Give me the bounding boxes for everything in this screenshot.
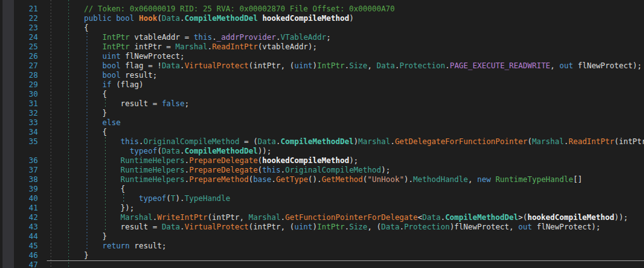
code-line-text[interactable] xyxy=(40,260,644,268)
code-line[interactable]: 28 bool result; xyxy=(0,71,644,80)
code-line[interactable]: 23 { xyxy=(0,23,644,33)
code-token[interactable]: flNewProtect; xyxy=(121,52,185,61)
code-token[interactable]: . xyxy=(281,213,285,222)
code-token[interactable] xyxy=(47,33,102,42)
code-token[interactable]: GetMethod xyxy=(322,175,363,184)
code-token[interactable]: )); xyxy=(614,213,628,222)
code-token[interactable]: ; xyxy=(185,99,189,108)
code-line-text[interactable]: result = Data.VirtualProtect(intPtr, (ui… xyxy=(40,222,644,232)
code-token[interactable]: ReadIntPtr xyxy=(569,137,614,146)
code-token[interactable]: CompileMethodDel xyxy=(445,213,519,222)
code-token[interactable]: )); xyxy=(257,147,271,155)
code-token[interactable]: bool xyxy=(116,14,134,23)
code-token[interactable] xyxy=(47,52,102,61)
code-line-text[interactable]: RuntimeHelpers.PrepareMethod(base.GetTyp… xyxy=(40,175,644,185)
code-token[interactable]: // Token: 0x06000019 RID: 25 RVA: 0x0000… xyxy=(84,4,395,13)
code-token[interactable] xyxy=(47,156,121,165)
code-line[interactable]: typeof(Data.CompileMethodDel)); xyxy=(0,147,644,156)
code-line[interactable]: 26 uint flNewProtect; xyxy=(0,52,644,61)
code-line[interactable]: 38 RuntimeHelpers.PrepareMethod(base.Get… xyxy=(0,175,644,185)
code-token[interactable]: Marshal xyxy=(358,137,390,146)
code-token[interactable]: ; xyxy=(326,33,331,42)
code-token[interactable]: . xyxy=(276,33,280,42)
code-token[interactable]: uint xyxy=(294,61,313,70)
code-token[interactable]: (intPtr, xyxy=(207,213,249,222)
code-token[interactable]: (vtableAddr); xyxy=(257,42,317,51)
code-token[interactable]: { xyxy=(47,90,107,99)
code-token[interactable]: Data xyxy=(162,147,180,155)
code-token[interactable] xyxy=(47,61,102,70)
code-token[interactable]: . xyxy=(345,61,349,70)
code-token[interactable]: . xyxy=(185,166,189,174)
code-token[interactable]: else xyxy=(102,118,121,127)
code-line[interactable]: 44 } xyxy=(0,232,644,241)
code-token[interactable]: . xyxy=(399,222,404,231)
code-line[interactable]: 22 public bool Hook(Data.CompileMethodDe… xyxy=(0,14,644,23)
code-token[interactable]: PAGE_EXECUTE_READWRITE xyxy=(450,61,550,70)
code-token[interactable]: , xyxy=(368,61,376,70)
code-token[interactable]: result = xyxy=(47,99,162,108)
code-token[interactable]: vtableAddr = xyxy=(130,33,194,42)
code-line-text[interactable]: { xyxy=(40,23,644,33)
code-token[interactable] xyxy=(47,14,84,23)
code-token[interactable]: RuntimeHelpers xyxy=(121,175,185,184)
code-line-text[interactable]: bool result; xyxy=(40,71,644,80)
code-line[interactable]: 46 } xyxy=(0,251,644,260)
code-token[interactable]: IntPtr xyxy=(317,222,344,231)
code-token[interactable]: OriginalCompileMethod xyxy=(285,166,381,174)
code-token[interactable]: Marshal xyxy=(175,42,207,51)
code-token[interactable]: flag = ! xyxy=(121,61,162,70)
code-token[interactable]: RuntimeTypeHandle xyxy=(495,175,573,184)
code-line-text[interactable]: // Token: 0x06000019 RID: 25 RVA: 0x0000… xyxy=(40,4,644,14)
decompiler-code-editor[interactable]: 21 // Token: 0x06000019 RID: 25 RVA: 0x0… xyxy=(0,0,644,268)
code-line[interactable]: 36 RuntimeHelpers.PrepareDelegate(hooked… xyxy=(0,156,644,166)
code-token[interactable]: { xyxy=(47,185,125,193)
code-token[interactable]: }); xyxy=(47,204,134,212)
code-token[interactable] xyxy=(47,194,139,203)
code-line-text[interactable]: return result; xyxy=(40,241,644,251)
code-token[interactable]: uint xyxy=(294,222,313,231)
code-token[interactable]: . xyxy=(564,137,568,146)
code-token[interactable]: Data xyxy=(257,137,276,146)
code-token[interactable]: result; xyxy=(130,241,166,250)
code-token[interactable]: Data xyxy=(162,222,180,231)
code-token[interactable]: WriteIntPtr xyxy=(157,213,207,222)
code-token[interactable]: ( xyxy=(363,175,368,184)
code-token[interactable]: Data xyxy=(162,61,180,70)
code-token[interactable]: ). xyxy=(175,194,184,203)
code-token[interactable]: . xyxy=(139,137,144,146)
code-token[interactable]: . xyxy=(180,14,185,23)
code-token[interactable]: PrepareMethod xyxy=(189,175,249,184)
code-line-text[interactable]: RuntimeHelpers.PrepareDelegate(hookedCom… xyxy=(40,156,644,166)
code-line-text[interactable]: { xyxy=(40,90,644,99)
code-token[interactable]: . xyxy=(185,156,189,165)
code-line[interactable]: 42 Marshal.WriteIntPtr(intPtr, Marshal.G… xyxy=(0,213,644,222)
code-token[interactable]: , ( xyxy=(368,222,381,231)
code-line[interactable]: 29 if (flag) xyxy=(0,80,644,90)
code-token[interactable]: ); xyxy=(381,166,390,174)
code-token[interactable]: ( xyxy=(157,14,161,23)
code-token[interactable]: . xyxy=(180,222,185,231)
code-token[interactable] xyxy=(47,71,102,80)
code-token[interactable]: "UnHook" xyxy=(368,175,404,184)
code-token[interactable]: public xyxy=(84,14,111,23)
code-token[interactable]: . xyxy=(180,147,185,155)
code-line-text[interactable]: }); xyxy=(40,204,644,213)
code-line-text[interactable]: } xyxy=(40,251,644,260)
code-line-text[interactable]: IntPtr intPtr = Marshal.ReadIntPtr(vtabl… xyxy=(40,42,644,52)
code-token[interactable]: typeof xyxy=(130,147,157,155)
code-token[interactable]: result = xyxy=(47,222,162,231)
code-token[interactable]: IntPtr xyxy=(317,61,344,70)
code-token[interactable]: Data xyxy=(422,213,440,222)
code-token[interactable]: OriginalCompileMethod xyxy=(144,137,240,146)
code-token[interactable] xyxy=(257,14,262,23)
code-line[interactable]: 45 return result; xyxy=(0,241,644,251)
code-line-text[interactable]: else xyxy=(40,118,644,128)
code-token[interactable]: ). xyxy=(404,175,413,184)
code-token[interactable]: Protection xyxy=(399,61,445,70)
code-token[interactable]: GetType xyxy=(276,175,308,184)
code-token[interactable]: Data xyxy=(381,222,400,231)
code-line-text[interactable]: this.OriginalCompileMethod = (Data.Compi… xyxy=(40,137,644,147)
code-token[interactable]: _addrProvider xyxy=(216,33,276,42)
code-token[interactable]: CompileMethodDel xyxy=(281,137,354,146)
